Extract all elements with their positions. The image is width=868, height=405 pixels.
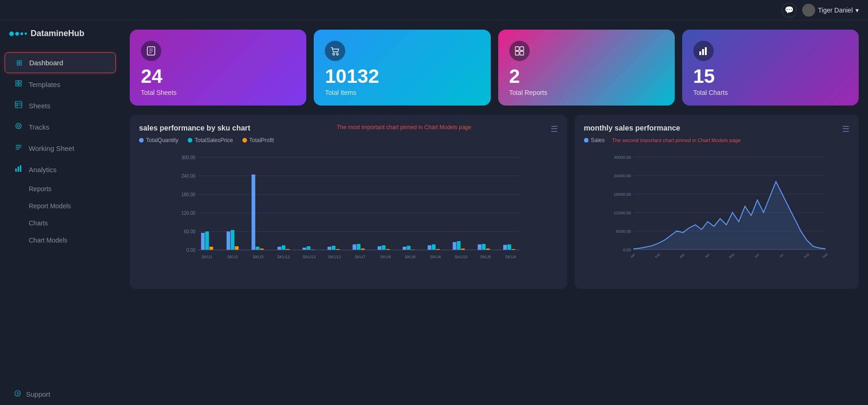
svg-text:Jan: Jan [629,253,635,259]
logo-dot-2 [15,32,19,36]
stat-card-total-sheets: 24 Total Sheets [130,30,306,106]
svg-rect-58 [357,244,361,250]
svg-rect-76 [507,244,511,250]
topbar: 💬 Tiger Daniel ▾ [0,0,868,20]
templates-icon [14,80,23,89]
svg-text:SKU8: SKU8 [405,255,416,259]
bar-chart-title: sales performance by sku chart [139,124,250,132]
svg-point-19 [336,53,338,55]
bar-chart-card: sales performance by sku chart The most … [130,115,567,289]
svg-text:SKU13: SKU13 [303,255,316,259]
svg-rect-75 [503,245,507,250]
sidebar-label-dashboard: Dashboard [29,59,63,67]
logo-dot-3 [20,32,23,35]
bar-chart-svg-wrap: 300.00 240.00 180.00 120.00 60.00 0.00 [139,148,558,280]
svg-text:May: May [728,252,735,259]
sidebar-item-templates[interactable]: Templates [5,74,116,94]
svg-rect-25 [702,49,704,55]
user-info[interactable]: Tiger Daniel ▾ [802,4,859,17]
svg-rect-69 [453,242,456,250]
sidebar-label-support: Support [26,390,51,398]
user-name: Tiger Daniel [818,6,853,14]
svg-text:SKU4: SKU4 [505,255,516,259]
line-chart-title: monthly sales performance [584,124,680,132]
svg-text:240.00: 240.00 [181,174,196,179]
legend-label-profit: TotalProfit [249,137,274,143]
svg-rect-21 [520,47,524,50]
svg-rect-52 [307,246,310,250]
legend-dot-profit [242,138,247,143]
bar-chart-subtitle: The most important chart pinned in Chart… [258,124,551,131]
line-chart-legend: Sales [584,137,605,143]
svg-rect-44 [235,246,239,250]
svg-rect-67 [432,244,436,250]
svg-rect-42 [227,231,230,250]
sidebar-label-tracks: Tracks [29,123,49,131]
svg-text:SKU3: SKU3 [253,255,264,259]
line-chart-svg-wrap: 30000.00 24000.00 18000.00 12000.00 6000… [584,148,849,279]
sidebar-item-support[interactable]: ? Support [5,384,116,404]
svg-text:18000.00: 18000.00 [614,192,631,197]
legend-item-qty: TotalQuantity [139,137,178,143]
svg-rect-10 [18,167,19,172]
svg-text:SKU11: SKU11 [277,255,291,259]
sidebar-label-sheets: Sheets [29,102,51,110]
sidebar-item-tracks[interactable]: Tracks [5,117,116,137]
stat-icon-charts [693,41,714,61]
svg-text:Sep: Sep [822,253,829,260]
legend-dot-price [188,138,192,143]
stat-number-items: 10132 [325,67,479,86]
stat-icon-reports [509,41,530,61]
logo-dot-4 [25,32,27,35]
svg-text:SKU6: SKU6 [430,255,441,259]
stat-label-reports: Total Reports [509,89,664,96]
svg-rect-63 [403,247,406,250]
sidebar-item-working-sheet[interactable]: Working Sheet [5,138,116,158]
svg-rect-54 [328,247,331,250]
svg-text:Apr: Apr [704,253,710,259]
chat-icon[interactable]: 💬 [782,3,797,18]
sidebar-item-dashboard[interactable]: ⊞ Dashboard [5,52,116,73]
sidebar-sub-item-chart-models[interactable]: Chart Models [5,232,116,249]
svg-text:SKU12: SKU12 [328,255,342,259]
legend-label-price: TotalSalesPrice [195,137,233,143]
line-chart-menu-icon[interactable]: ☰ [842,124,849,134]
svg-point-4 [16,123,21,129]
content-area: 24 Total Sheets 10132 Total Items [120,20,868,405]
svg-marker-105 [633,182,825,250]
legend-label-sales: Sales [591,137,605,143]
sidebar-sub-item-reports[interactable]: Reports [5,181,116,197]
svg-rect-26 [705,47,707,55]
sidebar-item-analytics[interactable]: Analytics [5,159,116,180]
line-chart-header: monthly sales performance ☰ [584,124,849,134]
legend-label-qty: TotalQuantity [146,137,178,143]
logo-text: DatamineHub [31,29,84,38]
svg-rect-60 [378,246,381,250]
svg-rect-11 [20,165,21,172]
svg-rect-43 [231,230,234,250]
sidebar-logo: DatamineHub [0,20,120,47]
svg-rect-61 [382,245,386,250]
sidebar-item-sheets[interactable]: Sheets [5,95,116,116]
bar-chart-header: sales performance by sku chart The most … [139,124,558,134]
tracks-icon [14,122,23,131]
svg-rect-73 [482,244,486,250]
svg-rect-45 [252,174,255,250]
line-chart-svg: 30000.00 24000.00 18000.00 12000.00 6000… [584,148,849,277]
svg-text:SKU5: SKU5 [480,255,491,259]
svg-rect-23 [520,51,524,55]
sidebar-sub-item-charts[interactable]: Charts [5,215,116,231]
svg-rect-55 [332,246,336,250]
sidebar-sub-item-report-models[interactable]: Report Models [5,198,116,214]
stat-icon-sheets [141,41,161,61]
svg-rect-39 [201,233,205,250]
logo-dots [9,31,27,36]
svg-text:12000.00: 12000.00 [614,211,631,215]
svg-point-5 [18,125,20,127]
svg-rect-9 [15,168,17,172]
user-avatar [802,4,815,17]
svg-rect-49 [282,245,285,250]
bar-chart-menu-icon[interactable]: ☰ [551,124,558,134]
svg-rect-41 [209,247,213,250]
main-layout: DatamineHub ⊞ Dashboard Templates [0,20,868,405]
